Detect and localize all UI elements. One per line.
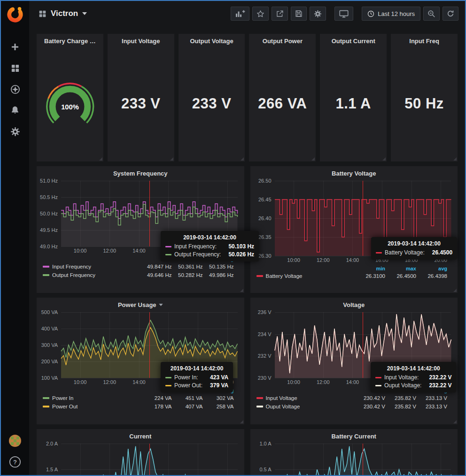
y-axis-label: 400 VA (41, 326, 58, 331)
stat-value: 1.1 A (336, 95, 371, 112)
panel-title-battery-voltage[interactable]: Battery Voltage (250, 166, 458, 178)
tooltip-series-label: Ouput Voltage: (384, 382, 421, 389)
sidebar-item-explore[interactable] (5, 82, 25, 97)
series-color-swatch (43, 397, 49, 399)
tooltip-series-value: 26.4500 (432, 249, 452, 256)
dashboard-title-button[interactable]: Victron (39, 9, 87, 18)
navbar-actions: Last 12 hours (228, 7, 458, 21)
sidebar-item-create[interactable] (5, 39, 25, 54)
sidebar-item-configuration[interactable] (5, 124, 25, 139)
battery-current-chart[interactable]: 1.0 A0.5 A0 A-0.5 A-1.0 A10:0012:0014:00… (250, 441, 458, 475)
panel-title-current[interactable]: Current (37, 429, 244, 441)
save-button[interactable] (291, 7, 307, 21)
y-axis-label: 1.0 A (259, 441, 271, 446)
panel-title-battery-charge[interactable]: Battery Charge … (37, 34, 103, 46)
plot-area[interactable] (61, 444, 238, 475)
sidebar-bottom: ? (5, 434, 25, 469)
panel-title-text: Output Power (263, 38, 303, 45)
legend-value: 178 VA (141, 404, 172, 409)
dashboard-settings-button[interactable] (310, 7, 326, 21)
legend-series-toggle[interactable]: Input Voltage (256, 395, 355, 401)
sidebar-menu (5, 39, 25, 139)
clock-icon (367, 10, 374, 17)
series-color-swatch (256, 406, 263, 407)
share-button[interactable] (272, 7, 288, 21)
series-color-swatch (43, 406, 49, 407)
y-axis-label: 51.0 Hz (40, 178, 58, 184)
y-axis-label: 26.40 (258, 215, 272, 221)
zoom-out-button[interactable] (423, 7, 440, 21)
panel-title-output-voltage[interactable]: Output Voltage (179, 34, 245, 46)
plot-area[interactable] (275, 444, 451, 475)
sidebar-item-help[interactable]: ? (5, 454, 25, 469)
sidebar-item-alerting[interactable] (5, 103, 25, 118)
legend-series-toggle[interactable]: Battery Voltage (256, 273, 355, 279)
legend-series-row: Input Voltage230.42 V235.82 V233.13 V (256, 394, 448, 402)
panel-menu-caret-icon (159, 304, 163, 306)
legend-series-toggle[interactable]: Power In (43, 395, 141, 401)
panel-title-text: Power Usage (118, 301, 156, 308)
x-axis-label: 12:00 (317, 379, 330, 385)
battery-voltage-chart[interactable]: 26.5026.4526.4026.3526.3010:0012:0014:00… (250, 178, 458, 293)
star-button[interactable] (252, 7, 269, 21)
add-panel-button[interactable] (231, 7, 249, 21)
legend-value: 230.42 V (354, 395, 385, 401)
tooltip-series-row: Output Frequency:50.026 Hz (165, 251, 254, 258)
panel-title-output-current[interactable]: Output Current (320, 34, 387, 46)
y-axis-label: 50.5 Hz (40, 194, 58, 200)
legend-value: 407 VA (172, 404, 203, 409)
legend-series-row: Battery Voltage26.310026.450026.4398 (256, 272, 448, 280)
y-axis: 1.0 A0.5 A0 A-0.5 A-1.0 A (252, 444, 275, 475)
legend-value: 233.13 V (416, 404, 447, 409)
tooltip-series-value: 50.026 Hz (228, 251, 254, 258)
grafana-logo[interactable] (1, 1, 29, 28)
legend-series-toggle[interactable]: Ouput Voltage (256, 404, 355, 409)
series-color-swatch (375, 385, 381, 386)
legend-value: 224 VA (141, 395, 172, 401)
panel-title-power-usage[interactable]: Power Usage (37, 298, 244, 309)
cycle-view-button[interactable] (334, 7, 353, 21)
tooltip-series-label: Output Frequency: (174, 251, 221, 258)
save-icon (295, 10, 303, 17)
legend-value: 49.847 Hz (141, 264, 172, 269)
legend-value: 235.82 V (385, 404, 416, 409)
legend-value: 230.42 V (354, 404, 385, 409)
legend-series-row: Output Frequency49.646 Hz50.282 Hz49.986… (43, 271, 234, 279)
dashboard-title: Victron (51, 9, 78, 18)
panel-battery-current: Battery Current 1.0 A0.5 A0 A-0.5 A-1.0 … (250, 429, 458, 475)
panel-title-voltage[interactable]: Voltage (250, 298, 458, 309)
dashboard-row-stats: Battery Charge … 100% Input Voltage (37, 34, 458, 161)
panel-title-system-frequency[interactable]: System Frequency (37, 166, 244, 178)
current-chart[interactable]: 2.0 A1.5 A1.0 A0.5 A0 A10:0012:0014:0016… (37, 441, 244, 475)
user-avatar[interactable] (8, 434, 22, 447)
legend-series-toggle[interactable]: Input Frequency (43, 264, 141, 269)
legend-column-header: min (354, 266, 385, 271)
crosshair-line (149, 312, 150, 378)
x-axis-label: 10:00 (287, 379, 300, 385)
gear-icon (10, 127, 20, 137)
tooltip-series-row: Input Voltage:232.22 V (375, 374, 451, 381)
panel-title-input-voltage[interactable]: Input Voltage (108, 34, 174, 46)
sidebar-item-dashboards[interactable] (5, 61, 25, 76)
refresh-button[interactable] (443, 7, 458, 21)
legend-series-row: Power Out178 VA407 VA258 VA (43, 402, 234, 411)
y-axis-label: 26.30 (258, 253, 272, 259)
legend-series-row: Input Frequency49.847 Hz50.361 Hz50.135 … (43, 262, 234, 271)
panel-battery-voltage: Battery Voltage 26.5026.4526.4026.3526.3… (250, 166, 458, 293)
time-range-button[interactable]: Last 12 hours (362, 7, 420, 21)
x-axis-label: 10:00 (74, 379, 87, 385)
y-axis-label: 50.0 Hz (40, 211, 58, 216)
legend-value: 26.3100 (354, 273, 385, 279)
panel-title-input-freq[interactable]: Input Freq (391, 34, 458, 46)
y-axis-label: 300 VA (41, 342, 58, 348)
panel-input-freq-stat: Input Freq 50 Hz (391, 34, 458, 161)
x-axis-label: 14:00 (132, 379, 146, 385)
legend-series-row: Power In224 VA451 VA302 VA (43, 394, 234, 402)
legend-series-toggle[interactable]: Output Frequency (43, 272, 141, 278)
tooltip-timestamp: 2019-03-14 14:42:00 (165, 365, 228, 372)
panel-title-output-power[interactable]: Output Power (249, 34, 316, 46)
series-color-swatch (256, 397, 263, 399)
panel-title-battery-current[interactable]: Battery Current (250, 429, 458, 441)
legend-series-toggle[interactable]: Power Out (43, 404, 141, 409)
tooltip-series-value: 232.22 V (429, 382, 451, 389)
